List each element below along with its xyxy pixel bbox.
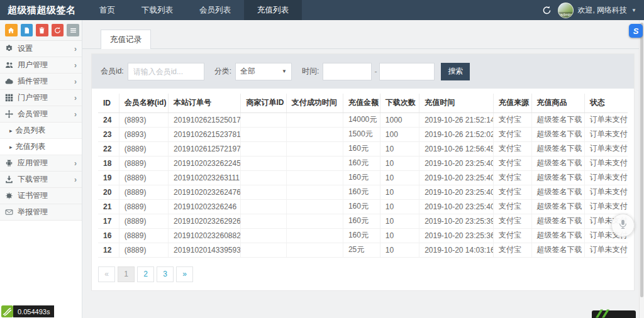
tab-recharge-records[interactable]: 充值记录 bbox=[101, 30, 151, 49]
chevron-right-icon: › bbox=[74, 77, 77, 86]
pagination-2[interactable]: 2 bbox=[137, 266, 154, 282]
table-cell: 160元 bbox=[343, 199, 380, 214]
table-cell: 超级签名下载 bbox=[531, 228, 584, 243]
pagination-3[interactable]: 3 bbox=[157, 266, 174, 282]
table-cell: 20191026215250170 bbox=[169, 112, 241, 127]
time-label: 时间: bbox=[302, 66, 319, 77]
sidebar-item-label: 下载管理 bbox=[18, 174, 48, 185]
table-cell: 超级签名下载 bbox=[531, 170, 584, 185]
column-header: 商家订单ID bbox=[241, 94, 286, 112]
table-row: 16(8889)2019102023260882160元102019-10-20… bbox=[98, 228, 628, 243]
download-icon bbox=[5, 175, 13, 184]
table-cell bbox=[241, 228, 286, 243]
table-cell bbox=[286, 243, 343, 257]
table-cell: (8893) bbox=[119, 112, 168, 127]
table-cell bbox=[241, 185, 286, 199]
table-cell: (8889) bbox=[119, 228, 168, 243]
sidebar-item-label: 举报管理 bbox=[18, 207, 48, 217]
quick-recycle-button[interactable] bbox=[52, 24, 64, 36]
sidebar-item-label: 会员管理 bbox=[18, 109, 48, 119]
nav-item-member-list[interactable]: 会员列表 bbox=[186, 0, 244, 20]
member-id-input[interactable] bbox=[128, 63, 204, 80]
table-cell: 订单未支付 bbox=[584, 112, 628, 127]
elapsed-time: 0.054493s bbox=[13, 305, 54, 317]
refresh-button[interactable] bbox=[542, 6, 552, 15]
table-cell: 1000 bbox=[380, 112, 419, 127]
triangle-bullet-icon: ▸ bbox=[9, 144, 13, 150]
table-body: 24(8893)2019102621525017014000元10002019-… bbox=[98, 112, 628, 257]
time-to-input[interactable] bbox=[379, 63, 435, 80]
table-cell bbox=[286, 185, 343, 199]
table-cell: 2019102023260882 bbox=[169, 228, 241, 243]
navbar-right: admin 欢迎, 网络科技 ▼ bbox=[542, 3, 644, 18]
sidebar-subitem-recharge-list[interactable]: ▸充值列表 bbox=[0, 139, 82, 155]
table-cell bbox=[241, 141, 286, 156]
refresh-icon bbox=[542, 8, 552, 17]
table-cell: (8889) bbox=[119, 141, 168, 156]
table-cell: 支付宝 bbox=[494, 156, 532, 170]
table-cell: 超级签名下载 bbox=[531, 185, 584, 199]
sidebar: 设置›用户管理›插件管理›门户管理›会员管理›▸会员列表▸充值列表应用管理›下载… bbox=[0, 20, 82, 318]
table-cell bbox=[241, 214, 286, 228]
home-icon bbox=[8, 27, 14, 34]
scrollbar-thumb[interactable] bbox=[640, 23, 643, 297]
table-row: 20(8889)2019102023262476160元102019-10-20… bbox=[98, 185, 628, 199]
sidebar-subitem-label: 充值列表 bbox=[16, 141, 46, 152]
quick-trash-button[interactable] bbox=[36, 24, 48, 36]
column-header: 充值来源 bbox=[494, 94, 532, 112]
table-header-row: ID会员名称(id)本站订单号商家订单ID支付成功时间充值金额下载次数充值时间充… bbox=[98, 94, 628, 112]
nav-item-recharge-list[interactable]: 充值列表 bbox=[244, 0, 302, 20]
table-cell bbox=[286, 112, 343, 127]
search-button[interactable]: 搜索 bbox=[441, 63, 470, 80]
trace-logo-icon[interactable] bbox=[1, 305, 13, 317]
pagination-prev[interactable]: « bbox=[98, 266, 115, 282]
quick-list-button[interactable] bbox=[67, 24, 79, 36]
pagination-next[interactable]: » bbox=[176, 266, 193, 282]
time-from-input[interactable] bbox=[323, 63, 372, 80]
sidebar-subitem-member-list[interactable]: ▸会员列表 bbox=[0, 123, 82, 139]
pagination-1[interactable]: 1 bbox=[118, 266, 135, 282]
green-stripes-icon bbox=[594, 309, 613, 318]
table-cell bbox=[286, 156, 343, 170]
table-cell: 10 bbox=[380, 170, 419, 185]
sidebar-item-download-mgmt[interactable]: 下载管理› bbox=[0, 172, 82, 188]
triangle-bullet-icon: ▸ bbox=[9, 128, 13, 134]
column-header: 充值商品 bbox=[531, 94, 584, 112]
table-row: 12(8889)201910201433959325元102019-10-20 … bbox=[98, 243, 628, 257]
app-brand: 超级猫超级签名 bbox=[0, 4, 82, 16]
badge-icon bbox=[5, 192, 13, 200]
table-cell: 20 bbox=[98, 185, 119, 199]
sidebar-item-label: 用户管理 bbox=[18, 60, 48, 70]
sidebar-item-portal-mgmt[interactable]: 门户管理› bbox=[0, 90, 82, 106]
ime-s-icon: S bbox=[633, 26, 639, 36]
table-cell: 19 bbox=[98, 170, 119, 185]
sidebar-item-app-mgmt[interactable]: 应用管理› bbox=[0, 155, 82, 172]
scrollbar-track[interactable] bbox=[639, 20, 644, 318]
nav-item-download-list[interactable]: 下载列表 bbox=[128, 0, 186, 20]
table-cell: 订单未支付 bbox=[584, 127, 628, 141]
quick-file-button[interactable] bbox=[21, 24, 33, 36]
table-cell: 2019-10-26 21:52:14 bbox=[419, 112, 494, 127]
table-cell: 12 bbox=[98, 243, 119, 257]
sidebar-item-user-mgmt[interactable]: 用户管理› bbox=[0, 57, 82, 74]
chevron-right-icon: › bbox=[74, 61, 77, 70]
sidebar-item-settings[interactable]: 设置› bbox=[0, 41, 82, 57]
column-header: ID bbox=[98, 94, 119, 112]
table-cell: 10 bbox=[380, 214, 419, 228]
category-select[interactable]: 全部 ▼ bbox=[235, 63, 292, 80]
voice-assistant-button[interactable] bbox=[611, 214, 635, 237]
bottom-right-widget[interactable] bbox=[592, 310, 636, 318]
table-wrap: ID会员名称(id)本站订单号商家订单ID支付成功时间充值金额下载次数充值时间充… bbox=[92, 89, 634, 258]
sidebar-item-report-mgmt[interactable]: 举报管理 bbox=[0, 204, 82, 221]
quick-home-button[interactable] bbox=[5, 24, 18, 36]
sidebar-item-member-mgmt[interactable]: 会员管理› bbox=[0, 106, 82, 123]
user-menu[interactable]: admin 欢迎, 网络科技 ▼ bbox=[558, 3, 636, 18]
table-cell: 10 bbox=[380, 141, 419, 156]
nav-menu: 首页下载列表会员列表充值列表 bbox=[86, 0, 302, 20]
sidebar-item-plugin-mgmt[interactable]: 插件管理› bbox=[0, 74, 82, 90]
table-cell: 超级签名下载 bbox=[531, 243, 584, 257]
ime-indicator[interactable]: S bbox=[629, 24, 643, 38]
nav-item-home[interactable]: 首页 bbox=[86, 0, 128, 20]
table-cell bbox=[241, 243, 286, 257]
sidebar-item-cert-mgmt[interactable]: 证书管理 bbox=[0, 188, 82, 204]
